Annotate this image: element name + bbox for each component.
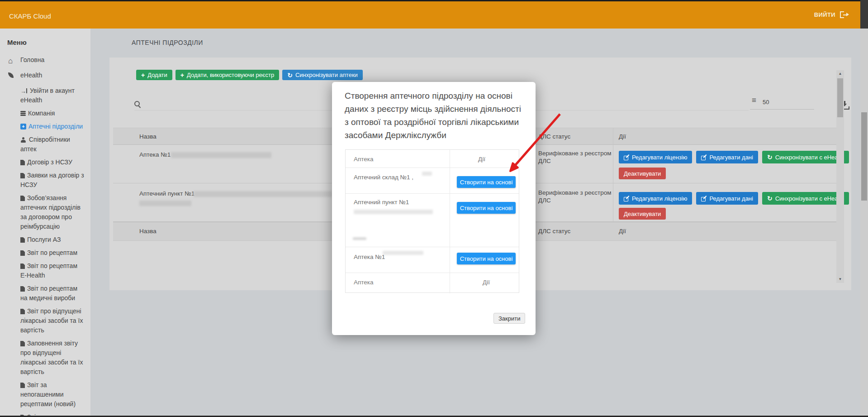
logout-button[interactable]: ВИЙТИ: [814, 11, 849, 18]
file-icon: [20, 309, 25, 314]
refresh-icon: [767, 153, 773, 161]
file-icon: [20, 196, 25, 201]
column-header-actions: Дії: [619, 133, 626, 140]
app-brand: СКАРБ Cloud: [9, 12, 51, 20]
modal-column-name: Аптека: [354, 156, 374, 163]
sign-in-icon: [20, 88, 28, 94]
close-modal-button[interactable]: Закрити: [493, 313, 525, 324]
modal-table-header: Аптека Дії: [346, 150, 519, 168]
modal-row-name: Аптека №1: [354, 254, 385, 260]
sidebar-nav: Головна eHealth Увійти в акаунт eHealth …: [0, 55, 90, 417]
scroll-down-arrow[interactable]: ▼: [836, 276, 844, 283]
refresh-icon: [767, 195, 773, 202]
create-from-base-button[interactable]: Створити на основі: [457, 253, 516, 264]
modal-column-divider: [450, 150, 450, 293]
scroll-up-arrow[interactable]: ▲: [836, 70, 844, 77]
sidebar-item-company[interactable]: Компанія: [0, 109, 90, 118]
file-icon: [20, 237, 25, 243]
sidebar-item-ehealth-login[interactable]: Увійти в акаунт eHealth: [0, 86, 90, 105]
logout-icon: [840, 11, 849, 18]
add-button[interactable]: Додати: [136, 70, 172, 80]
leaf-icon: [8, 72, 14, 78]
edit-data-button[interactable]: Редагувати дані: [696, 151, 758, 163]
database-icon: [20, 111, 26, 116]
sync-pharmacies-button[interactable]: Синхронізувати аптеки: [282, 70, 363, 80]
search-icon[interactable]: [134, 101, 142, 108]
sidebar-item-pharmacy-units[interactable]: Аптечні підрозділи: [0, 122, 90, 131]
page-title: АПТЕЧНІ ПІДРОЗДІЛИ: [132, 39, 203, 46]
redacted-text: [171, 152, 271, 158]
refresh-icon: [287, 72, 293, 79]
column-header-name: Назва: [139, 133, 157, 140]
sidebar-header: Меню: [7, 38, 90, 46]
file-icon: [20, 383, 25, 388]
column-footer-actions: Дії: [619, 228, 626, 235]
edit-license-button[interactable]: Редагувати ліцензію: [619, 151, 692, 163]
modal-row-name: Аптечний пункт №1: [354, 199, 409, 206]
redacted-text: [383, 251, 423, 255]
page-size-underline: [750, 109, 814, 110]
sidebar: Меню Головна eHealth Увійти в акаунт eHe…: [0, 29, 90, 417]
redacted-text: [353, 237, 366, 240]
deactivate-button[interactable]: Деактивувати: [619, 168, 666, 179]
column-footer-dls-status: ДЛС статус: [538, 228, 570, 235]
edit-license-button[interactable]: Редагувати ліцензію: [619, 192, 692, 205]
sidebar-item-dispensed-report[interactable]: Звіт про відпущені лікарські засоби та ї…: [0, 307, 90, 335]
file-icon: [20, 160, 25, 165]
edit-data-button[interactable]: Редагувати дані: [696, 192, 758, 205]
plus-square-icon: [20, 124, 26, 129]
row-dls-status: Верифіковане з реєстром ДЛС: [538, 189, 612, 204]
modal-row-name: Аптечний склад №1 ,: [354, 174, 413, 181]
toolbar: Додати Додати, використовуючи реєстр Син…: [136, 70, 363, 80]
row-actions: Редагувати ліцензію Редагувати дані Синх…: [619, 151, 849, 163]
sidebar-item-az-services[interactable]: Послуги АЗ: [0, 235, 90, 244]
modal-column-name: Аптека: [354, 279, 374, 286]
sidebar-item-fill-dispensed-report[interactable]: Заповнення звіту про відпущені лікарські…: [0, 339, 90, 377]
modal-column-actions: Дії: [483, 279, 490, 286]
file-icon: [20, 250, 25, 256]
column-footer-name: Назва: [139, 228, 157, 235]
sidebar-item-rx-report-ehealth[interactable]: Звіт по рецептам E-Health: [0, 261, 90, 280]
home-icon: [8, 57, 13, 66]
redacted-text: [422, 172, 432, 176]
annotation-arrow: [498, 106, 570, 183]
users-icon: [20, 137, 27, 143]
card-scrollbar[interactable]: ▲ ▼: [836, 70, 844, 283]
sidebar-item-nszu-contract[interactable]: Договір з НСЗУ: [0, 158, 90, 167]
sidebar-item-pharmacy-staff[interactable]: Співробітники аптек: [0, 135, 90, 154]
add-from-registry-button[interactable]: Додати, використовуючи реєстр: [175, 70, 279, 80]
file-icon: [20, 341, 25, 346]
app-window: СКАРБ Cloud ВИЙТИ Меню Головна eHealth У…: [0, 0, 868, 417]
row-actions: Редагувати ліцензію Редагувати дані Синх…: [619, 192, 849, 205]
row-name: Аптека №1: [139, 151, 171, 158]
redacted-text: [139, 201, 191, 206]
file-icon: [20, 173, 25, 178]
modal-table: Аптека Дії Аптечний склад №1 , Аптечний …: [345, 149, 519, 293]
sidebar-item-obligations[interactable]: Зобов’язання аптечних підрозділів за дог…: [0, 193, 90, 231]
logout-label: ВИЙТИ: [814, 11, 835, 18]
plus-icon: [180, 72, 184, 78]
file-icon: [20, 286, 25, 292]
navbar: СКАРБ Cloud ВИЙТИ: [0, 1, 868, 29]
browser-scrollbar-thumb[interactable]: [861, 112, 867, 201]
edit-icon: [624, 196, 629, 201]
page-size-select[interactable]: 50: [763, 99, 769, 105]
sidebar-item-ehealth[interactable]: eHealth: [0, 71, 90, 80]
plus-icon: [141, 72, 145, 78]
redacted-text: [194, 191, 332, 197]
file-icon: [20, 264, 25, 269]
card-scrollbar-thumb[interactable]: [837, 78, 843, 117]
browser-scrollbar[interactable]: [860, 0, 868, 417]
sidebar-item-rx-report-medical[interactable]: Звіт по рецептам на медичні вироби: [0, 284, 90, 303]
sidebar-item-unpaid-rx-new[interactable]: Звіт за непогашеними рецептами (новий): [0, 380, 90, 409]
sidebar-item-rx-report[interactable]: Звіт по рецептам: [0, 248, 90, 258]
edit-icon: [701, 196, 707, 201]
scrollbar-top-segment: [860, 0, 868, 29]
edit-icon: [624, 154, 629, 160]
sidebar-item-nszu-applications[interactable]: Заявки на договір з НСЗУ: [0, 171, 90, 190]
create-from-base-button[interactable]: Створити на основі: [457, 202, 516, 214]
edit-icon: [701, 154, 707, 160]
sidebar-item-home[interactable]: Головна: [0, 55, 90, 65]
redacted-text: [354, 210, 433, 214]
deactivate-button[interactable]: Деактивувати: [619, 208, 666, 220]
